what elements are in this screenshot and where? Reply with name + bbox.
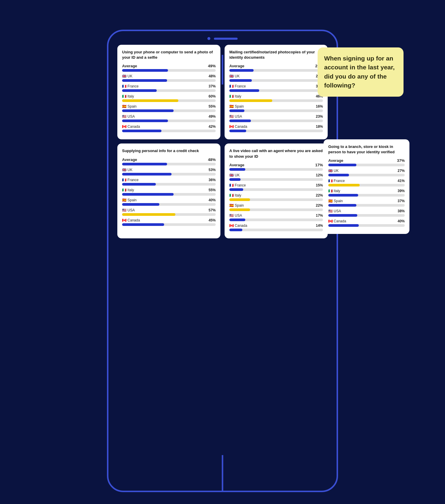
bar-pct: 36% — [209, 178, 216, 182]
bar-row: 🇪🇸 Spain16% — [229, 104, 323, 112]
bar-fill — [328, 224, 359, 227]
phone-speaker — [214, 38, 238, 40]
bar-pct: 22% — [316, 203, 323, 208]
bar-fill — [229, 208, 250, 211]
bar-fill — [122, 99, 178, 102]
bar-fill — [328, 164, 356, 166]
bar-fill — [229, 69, 254, 72]
phone-camera — [207, 37, 210, 40]
bar-pct: 48% — [209, 74, 216, 78]
bar-label: 🇺🇸 USA — [229, 114, 242, 119]
card-photo-id-title: Using your phone or computer to send a p… — [122, 50, 216, 60]
bar-track — [229, 119, 323, 122]
bar-label: 🇬🇧 UK — [229, 74, 240, 78]
bar-track — [229, 178, 323, 181]
bar-pct: 45% — [209, 218, 216, 222]
bar-label: Average — [229, 163, 244, 167]
bar-fill — [328, 204, 356, 207]
bar-row: 🇺🇸 USA49% — [122, 114, 216, 122]
bar-label: 🇨🇦 Canada — [229, 224, 247, 228]
question-bubble: When signing up for an account in the la… — [318, 47, 404, 97]
bar-row: 🇬🇧 UK24% — [229, 74, 323, 82]
bar-row: 🇮🇹 Italy22% — [229, 193, 323, 201]
card-branch-title: Going to a branch, store or kiosk in per… — [328, 144, 405, 155]
bar-label: 🇮🇹 Italy — [122, 94, 134, 98]
bar-row: 🇬🇧 UK53% — [122, 168, 216, 176]
bar-pct: 40% — [398, 219, 405, 223]
bar-row: 🇪🇸 Spain22% — [229, 203, 323, 211]
bar-pct: 48% — [208, 157, 216, 162]
bar-row: 🇫🇷 France36% — [122, 178, 216, 186]
bar-track — [122, 79, 216, 82]
bar-fill — [328, 184, 360, 186]
bar-track — [328, 224, 405, 227]
bar-fill — [229, 198, 250, 201]
bar-fill — [229, 89, 259, 92]
bar-track — [229, 69, 323, 72]
bar-track — [122, 213, 216, 216]
bar-label: Average — [122, 157, 137, 162]
bar-pct: 57% — [209, 208, 216, 212]
bar-row: Average26% — [229, 64, 323, 72]
bar-pct: 37% — [398, 199, 405, 203]
bar-pct: 55% — [209, 188, 216, 192]
bar-fill — [328, 214, 357, 217]
bar-label: 🇺🇸 USA — [122, 208, 135, 212]
bar-track — [328, 184, 405, 186]
bar-pct: 17% — [316, 213, 323, 218]
bar-track — [328, 174, 405, 176]
card-mailing-title: Mailing certified/notarized photocopies … — [229, 50, 323, 60]
bar-pct: 49% — [208, 64, 216, 68]
bar-fill — [122, 173, 172, 176]
bar-track — [328, 214, 405, 217]
bar-pct: 55% — [209, 104, 216, 109]
bar-fill — [122, 69, 168, 72]
card-credit-check: Supplying personal info for a credit che… — [117, 143, 220, 238]
bar-row: 🇫🇷 France32% — [229, 84, 323, 92]
bar-label: 🇬🇧 UK — [328, 169, 339, 173]
bar-pct: 12% — [316, 173, 323, 177]
bar-row: 🇨🇦 Canada18% — [229, 125, 323, 132]
bar-row: 🇪🇸 Spain55% — [122, 104, 216, 112]
bar-track — [122, 193, 216, 196]
bar-pct: 37% — [397, 158, 405, 163]
bar-row: 🇺🇸 USA23% — [229, 114, 323, 122]
bar-fill — [229, 119, 251, 122]
bar-pct: 39% — [398, 189, 405, 193]
bar-track — [122, 203, 216, 206]
bar-label: 🇪🇸 Spain — [229, 104, 244, 109]
bar-track — [229, 99, 323, 102]
bar-track — [122, 119, 216, 122]
bar-fill — [328, 194, 358, 197]
bar-label: Average — [328, 158, 343, 163]
bar-track — [229, 89, 323, 92]
bar-track — [229, 188, 323, 191]
bar-row: 🇺🇸 USA17% — [229, 213, 323, 221]
bar-row: 🇬🇧 UK12% — [229, 173, 323, 181]
bar-row: 🇪🇸 Spain37% — [328, 199, 405, 207]
bar-pct: 22% — [316, 193, 323, 197]
bar-pct: 49% — [209, 114, 216, 119]
bar-fill — [122, 163, 167, 165]
bar-label: 🇪🇸 Spain — [229, 203, 244, 208]
bar-fill — [122, 130, 161, 132]
bar-label: 🇪🇸 Spain — [122, 198, 137, 202]
bar-track — [122, 163, 216, 165]
card-branch: Going to a branch, store or kiosk in per… — [324, 139, 409, 234]
bar-track — [328, 164, 405, 166]
bar-pct: 37% — [209, 84, 216, 88]
bar-track — [122, 223, 216, 226]
bar-track — [229, 198, 323, 201]
bar-fill — [122, 119, 168, 122]
bar-row: 🇨🇦 Canada45% — [122, 218, 216, 226]
bar-label: 🇺🇸 USA — [229, 213, 242, 218]
bar-pct: 18% — [316, 125, 323, 129]
bar-fill — [122, 109, 174, 112]
bar-fill — [229, 109, 244, 112]
bar-row: 🇨🇦 Canada14% — [229, 224, 323, 231]
bar-label: 🇫🇷 France — [122, 84, 139, 88]
question-text: When signing up for an account in the la… — [324, 54, 397, 90]
bar-track — [229, 229, 323, 231]
bar-track — [328, 204, 405, 207]
bar-track — [229, 109, 323, 112]
